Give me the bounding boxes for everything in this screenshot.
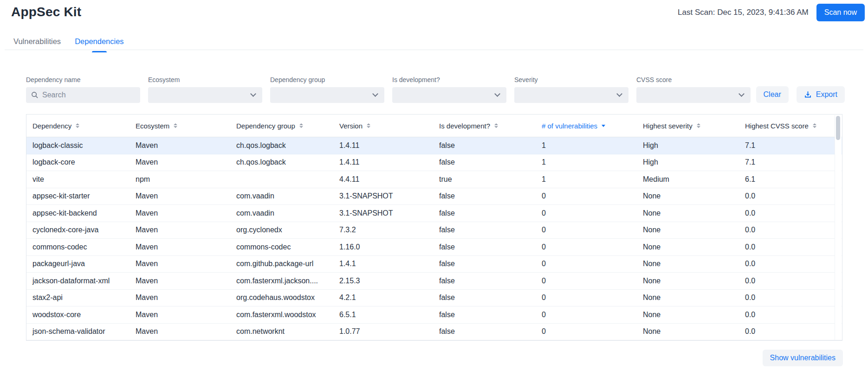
cell-highest-severity: None (637, 192, 739, 200)
cell-group: com.vaadin (230, 192, 333, 200)
cell-group: org.cyclonedx (230, 226, 333, 234)
cell-group: com.vaadin (230, 209, 333, 217)
filter-label: Dependency group (270, 76, 384, 83)
last-scan-label: Last Scan: Dec 15, 2023, 9:41:36 AM (678, 8, 809, 17)
cell-is-development: false (433, 226, 536, 234)
cell-vulnerabilities: 0 (536, 226, 637, 234)
cell-is-development: false (433, 327, 536, 336)
table-row[interactable]: stax2-apiMavenorg.codehaus.woodstox4.2.1… (26, 290, 842, 307)
cell-highest-cvss-score: 0.0 (739, 192, 842, 200)
filter-label: CVSS score (636, 76, 751, 83)
cell-version: 1.4.11 (333, 158, 433, 166)
sort-icon (174, 123, 177, 128)
column-label: # of vulnerabilities (542, 122, 597, 130)
table-row[interactable]: appsec-kit-backendMavencom.vaadin3.1-SNA… (26, 205, 842, 222)
cell-group: ch.qos.logback (230, 141, 333, 150)
cell-highest-severity: Medium (637, 175, 739, 184)
chevron-down-icon (372, 91, 378, 97)
cell-version: 6.5.1 (333, 311, 433, 319)
column-label: Ecosystem (136, 122, 169, 130)
filter-label: Ecosystem (148, 76, 262, 83)
column-header-version[interactable]: Version (333, 122, 433, 130)
sort-icon (697, 123, 700, 128)
search-icon (31, 91, 39, 99)
filter-select-severity[interactable] (514, 87, 628, 103)
column-header-dependency[interactable]: Dependency (26, 122, 130, 130)
filter-select-ecosystem[interactable] (148, 87, 262, 103)
cell-dependency: commons-codec (26, 243, 130, 251)
tab-bar: Vulnerabilities Dependencies (13, 34, 125, 48)
cell-highest-severity: None (637, 209, 739, 217)
sort-icon (494, 123, 498, 128)
tab-dependencies[interactable]: Dependencies (74, 37, 125, 46)
table-row[interactable]: jackson-dataformat-xmlMavencom.fasterxml… (26, 273, 842, 290)
search-input[interactable]: Search (26, 87, 140, 103)
table-row[interactable]: appsec-kit-starterMavencom.vaadin3.1-SNA… (26, 188, 842, 205)
cell-is-development: true (433, 175, 536, 184)
table-row[interactable]: commons-codecMavencommons-codec1.16.0fal… (26, 239, 842, 256)
tab-vulnerabilities[interactable]: Vulnerabilities (13, 37, 62, 46)
export-button[interactable]: Export (797, 86, 845, 103)
table-row[interactable]: logback-classicMavench.qos.logback1.4.11… (26, 137, 842, 154)
clear-filters-button[interactable]: Clear (756, 86, 789, 103)
cell-ecosystem: Maven (130, 243, 230, 251)
table-row[interactable]: logback-coreMavench.qos.logback1.4.11fal… (26, 154, 842, 172)
column-label: Dependency group (236, 122, 295, 130)
grid-header: DependencyEcosystemDependency groupVersi… (26, 115, 842, 137)
filter-field-dependency-group: Dependency group (270, 76, 384, 103)
table-row[interactable]: packageurl-javaMavencom.github.package-u… (26, 256, 842, 273)
cell-dependency: json-schema-validator (26, 327, 130, 336)
sort-icon (76, 123, 79, 128)
cell-highest-cvss-score: 6.1 (739, 175, 842, 184)
table-row[interactable]: vitenpm4.4.11true1Medium6.1 (26, 171, 842, 188)
cell-ecosystem: Maven (130, 141, 230, 150)
column-header-of-vulnerabilities[interactable]: # of vulnerabilities (536, 122, 637, 130)
column-header-highest-cvss-score[interactable]: Highest CVSS score (739, 122, 842, 130)
cell-ecosystem: Maven (130, 311, 230, 319)
cell-is-development: false (433, 192, 536, 200)
table-row[interactable]: woodstox-coreMavencom.fasterxml.woodstox… (26, 306, 842, 324)
cell-version: 1.16.0 (333, 243, 433, 251)
table-scrollbar-thumb[interactable] (836, 116, 840, 140)
filter-bar: Dependency nameSearchEcosystemDependency… (26, 76, 751, 103)
cell-highest-cvss-score: 0.0 (739, 293, 842, 302)
cell-vulnerabilities: 0 (536, 327, 637, 336)
chevron-down-icon (250, 91, 256, 97)
cell-dependency: woodstox-core (26, 311, 130, 319)
cell-vulnerabilities: 0 (536, 311, 637, 319)
column-label: Highest CVSS score (745, 122, 809, 130)
cell-highest-severity: None (637, 327, 739, 336)
cell-group: com.github.package-url (230, 260, 333, 268)
export-button-label: Export (816, 90, 837, 99)
cell-vulnerabilities: 0 (536, 277, 637, 285)
table-row[interactable]: json-schema-validatorMavencom.networknt1… (26, 324, 842, 341)
cell-ecosystem: Maven (130, 192, 230, 200)
scan-now-button[interactable]: Scan now (816, 4, 865, 21)
cell-highest-cvss-score: 0.0 (739, 243, 842, 251)
cell-highest-cvss-score: 0.0 (739, 277, 842, 285)
cell-version: 1.4.11 (333, 141, 433, 150)
cell-version: 1.0.77 (333, 327, 433, 336)
chevron-down-icon (616, 91, 622, 97)
filter-select-dependency-group[interactable] (270, 87, 384, 103)
filter-select-cvss-score[interactable] (636, 87, 751, 103)
cell-dependency: stax2-api (26, 293, 130, 302)
column-header-dependency-group[interactable]: Dependency group (230, 122, 333, 130)
column-label: Version (339, 122, 363, 130)
column-header-ecosystem[interactable]: Ecosystem (130, 122, 230, 130)
column-header-is-development[interactable]: Is development? (433, 122, 536, 130)
sort-desc-icon (602, 125, 605, 127)
table-scrollbar-track[interactable] (835, 115, 842, 340)
table-row[interactable]: cyclonedx-core-javaMavenorg.cyclonedx7.3… (26, 222, 842, 239)
cell-version: 1.4.1 (333, 260, 433, 268)
cell-is-development: false (433, 260, 536, 268)
cell-is-development: false (433, 311, 536, 319)
cell-ecosystem: Maven (130, 293, 230, 302)
cell-dependency: vite (26, 175, 130, 184)
filter-select-is-development[interactable] (392, 87, 506, 103)
column-header-highest-severity[interactable]: Highest severity (637, 122, 739, 130)
cell-highest-severity: None (637, 260, 739, 268)
cell-highest-cvss-score: 7.1 (739, 141, 842, 150)
show-vulnerabilities-button[interactable]: Show vulnerabilities (763, 350, 843, 366)
cell-highest-severity: None (637, 311, 739, 319)
